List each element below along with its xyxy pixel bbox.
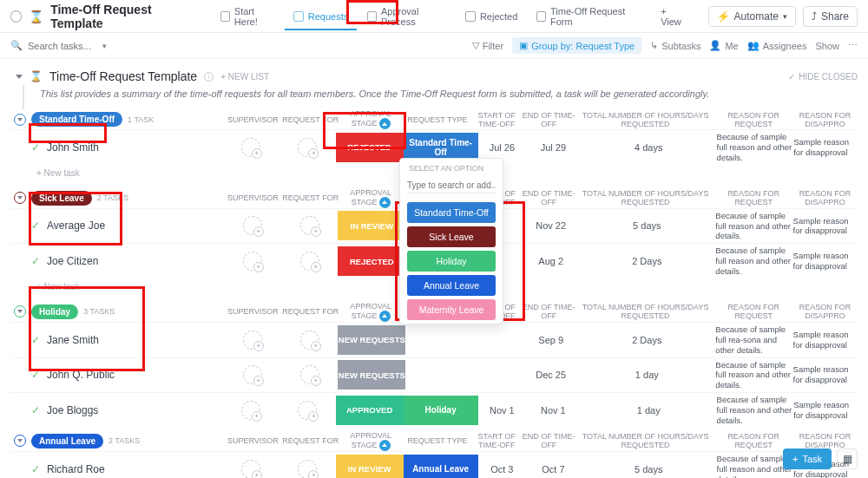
collapse-toggle[interactable] [14,114,26,126]
disapproval-text[interactable]: Sample reason for disapproval [793,328,858,352]
new-task-fab[interactable]: +Task [783,449,832,469]
end-date[interactable]: Oct 7 [542,464,564,475]
task-row[interactable]: ✓ Richard Roe IN REVIEW Annual Leave Oct… [10,451,858,478]
reason-text[interactable]: Because of sample full reason and other … [717,393,794,428]
col-approval-stage[interactable]: APPROVAL STAGE [339,109,403,129]
col-start[interactable]: START OF TIME-OFF [472,111,521,128]
total-days[interactable]: 1 day [635,370,659,380]
dropdown-option[interactable]: Holiday [407,251,496,272]
request-type-badge[interactable]: Annual Leave [404,455,478,478]
col-reason[interactable]: REASON FOR REQUEST [714,189,792,206]
disapproval-text[interactable]: Sample reason for disapproval [793,363,858,387]
dropdown-search-input[interactable] [407,178,496,193]
caret-down-icon[interactable] [16,75,23,79]
col-end[interactable]: END OF TIME-OFF [521,189,576,206]
col-disapproval[interactable]: REASON FOR DISAPPRO [792,303,858,320]
col-disapproval[interactable]: REASON FOR DISAPPRO [792,111,858,128]
info-icon[interactable]: i [204,72,214,82]
col-request-type[interactable]: REQUEST TYPE [403,115,473,124]
filter-button[interactable]: ▽Filter [472,40,503,51]
end-date[interactable]: Nov 1 [541,405,566,416]
task-name[interactable]: John Q. Public [47,369,115,381]
group-name-pill[interactable]: Annual Leave [31,434,103,449]
chevron-down-icon[interactable]: ▾ [102,42,107,50]
assign-supervisor[interactable] [243,216,262,235]
subtasks-button[interactable]: ↳Subtasks [650,40,700,51]
add-view[interactable]: + View [648,0,694,36]
collapse-toggle[interactable] [14,192,26,204]
task-row[interactable]: ✓ John Q. Public NEW REQUESTS Dec 25 1 d… [10,357,858,393]
dropdown-option[interactable]: Sick Leave [407,226,496,247]
dropdown-option[interactable]: Maternity Leave [407,299,496,320]
collapse-toggle[interactable] [14,435,26,447]
request-type-dropdown[interactable]: SELECT AN OPTION Standard Time-OffSick L… [399,158,503,324]
assign-request-for[interactable] [298,401,317,420]
tab-start-here[interactable]: Start Here! [212,0,283,36]
total-days[interactable]: 5 days [633,220,661,231]
col-request-for[interactable]: REQUEST FOR [282,436,339,445]
col-end[interactable]: END OF TIME-OFF [521,303,576,320]
assign-supervisor[interactable] [243,252,262,271]
end-date[interactable]: Jul 29 [541,142,566,153]
reason-text[interactable]: Because of sample full reason and other … [717,452,794,478]
col-request-for[interactable]: REQUEST FOR [282,193,339,202]
assign-supervisor[interactable] [241,401,260,420]
task-name[interactable]: Richard Roe [47,463,105,475]
total-days[interactable]: 2 Days [632,335,661,345]
search-box[interactable]: 🔍 ▾ [10,40,123,51]
assign-request-for[interactable] [298,460,317,478]
tab-requests[interactable]: Requests [285,3,357,30]
approval-stage-badge[interactable]: REJECTED [338,246,405,276]
task-name[interactable]: Jane Smith [47,334,99,346]
dropdown-option[interactable]: Standard Time-Off [407,202,496,223]
approval-stage-badge[interactable]: REJECTED [336,133,404,162]
col-approval-stage[interactable]: APPROVAL STAGE [339,188,403,208]
approval-stage-badge[interactable]: NEW REQUESTS [338,360,405,390]
tab-approval[interactable]: Approval Process [358,0,455,36]
more-icon[interactable]: ⋯ [848,40,858,51]
approval-stage-badge[interactable]: IN REVIEW [338,211,405,240]
col-total[interactable]: TOTAL NUMBER OF HOURS/DAYS REQUESTED [576,432,714,449]
col-request-for[interactable]: REQUEST FOR [282,115,339,124]
col-start[interactable]: START OF TIME-OFF [472,432,521,449]
task-row[interactable]: ✓ Joe Bloggs APPROVED Holiday Nov 1 Nov … [10,392,858,428]
reason-text[interactable]: Because of sample full reason and other … [717,130,794,165]
collapse-toggle[interactable] [14,305,26,318]
task-name[interactable]: Joe Bloggs [47,404,98,416]
groupby-button[interactable]: ▣Group by: Request Type [512,37,641,54]
hide-closed-toggle[interactable]: ✓HIDE CLOSED [788,72,858,82]
approval-stage-badge[interactable]: IN REVIEW [336,455,404,478]
end-date[interactable]: Nov 22 [536,220,566,231]
col-total[interactable]: TOTAL NUMBER OF HOURS/DAYS REQUESTED [576,189,714,206]
assign-request-for[interactable] [300,331,319,350]
task-row[interactable]: ✓ Jane Smith NEW REQUESTS Sep 9 2 Days B… [10,322,858,357]
assign-request-for[interactable] [300,216,319,235]
disapproval-text[interactable]: Sample reason for disapproval [793,249,858,273]
sort-indicator-icon[interactable] [379,118,391,129]
col-reason[interactable]: REASON FOR REQUEST [714,303,792,320]
sort-indicator-icon[interactable] [379,440,391,451]
col-supervisor[interactable]: SUPERVISOR [224,307,282,316]
tab-rejected[interactable]: Rejected [457,3,526,30]
col-reason[interactable]: REASON FOR REQUEST [714,432,792,449]
start-date[interactable]: Oct 3 [490,464,513,475]
share-button[interactable]: ⤴Share [803,6,858,27]
assign-supervisor[interactable] [243,365,262,384]
sort-indicator-icon[interactable] [379,197,391,208]
total-days[interactable]: 4 days [635,142,662,153]
assign-supervisor[interactable] [243,331,262,350]
group-name-pill[interactable]: Standard Time-Off [31,112,122,127]
assign-supervisor[interactable] [241,138,260,157]
col-disapproval[interactable]: REASON FOR DISAPPRO [792,432,858,449]
request-type-badge[interactable]: Holiday [404,396,478,425]
end-date[interactable]: Sep 9 [538,335,563,345]
task-name[interactable]: Joe Citizen [47,255,98,267]
col-approval-stage[interactable]: APPROVAL STAGE [339,431,403,451]
approval-stage-badge[interactable]: NEW REQUESTS [338,325,405,355]
group-name-pill[interactable]: Holiday [31,304,78,319]
reason-text[interactable]: Because of sample full reason and other … [715,358,792,393]
col-supervisor[interactable]: SUPERVISOR [224,436,282,445]
assign-request-for[interactable] [300,365,319,384]
col-reason[interactable]: REASON FOR REQUEST [714,111,792,128]
assignees-button[interactable]: 👥Assignees [747,40,807,51]
